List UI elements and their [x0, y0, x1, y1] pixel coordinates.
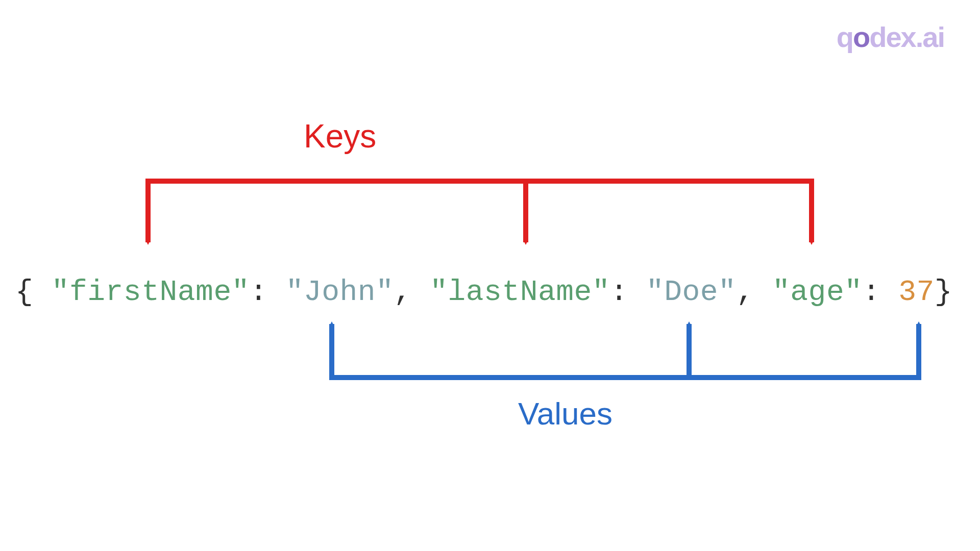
quote: "	[286, 276, 304, 309]
comma: ,	[736, 276, 754, 309]
quote: "	[376, 276, 394, 309]
colon: :	[610, 276, 628, 309]
quote: "	[430, 276, 448, 309]
quote: "	[844, 276, 862, 309]
values-label: Values	[518, 395, 612, 432]
close-brace: }	[935, 276, 952, 309]
json-code-line: { "firstName": "John", "lastName": "Doe"…	[15, 276, 952, 309]
json-key-3: age	[790, 276, 844, 309]
json-key-2: lastName	[448, 276, 592, 309]
logo-dot: .	[916, 21, 923, 53]
quote: "	[592, 276, 610, 309]
colon: :	[863, 276, 880, 309]
json-value-1: John	[304, 276, 376, 309]
logo-letter-q: q	[837, 21, 853, 53]
logo-ai: ai	[922, 21, 944, 53]
quote: "	[772, 276, 790, 309]
json-diagram: Keys Values { "firstName": "John", "last…	[15, 117, 965, 434]
json-value-2: Doe	[664, 276, 718, 309]
open-brace: {	[15, 276, 33, 309]
colon: :	[250, 276, 267, 309]
keys-bracket	[148, 179, 812, 242]
json-value-3: 37	[898, 276, 935, 309]
quote: "	[52, 276, 69, 309]
brand-logo: qodex.ai	[837, 20, 944, 54]
values-bracket	[332, 324, 919, 380]
keys-label: Keys	[304, 117, 376, 155]
logo-dex: dex	[869, 21, 916, 53]
comma: ,	[394, 276, 412, 309]
quote: "	[232, 276, 250, 309]
quote: "	[718, 276, 736, 309]
quote: "	[646, 276, 664, 309]
json-key-1: firstName	[69, 276, 232, 309]
logo-letter-o: o	[853, 21, 869, 53]
